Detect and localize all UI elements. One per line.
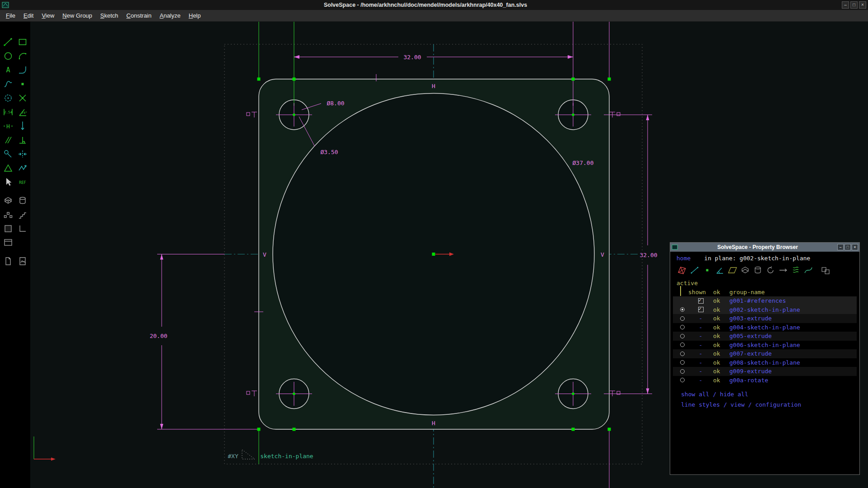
lathe-group-tool[interactable] [17, 195, 28, 206]
group-shown-toggle[interactable]: - [699, 377, 703, 384]
arc-tool[interactable] [17, 50, 28, 62]
group-name-link[interactable]: g003-extrude [729, 315, 857, 322]
group-active-radio[interactable] [680, 369, 685, 374]
maximize-icon[interactable]: □ [850, 1, 858, 9]
minimize-icon[interactable]: – [842, 1, 849, 9]
vertical-constraint-tool[interactable] [17, 120, 28, 132]
diameter-label-pilot[interactable]: Ø3.50 [320, 149, 338, 155]
home-link[interactable]: home [677, 255, 691, 262]
pb-workplane-icon[interactable] [727, 265, 738, 276]
group-name-link[interactable]: g009-extrude [729, 368, 857, 375]
rectangle-tool[interactable] [17, 36, 28, 48]
horizontal-constraint-label-top[interactable]: H [432, 83, 435, 89]
sketch-name-label[interactable]: sketch-in-plane [260, 453, 313, 460]
translate-group-tool[interactable] [17, 209, 28, 221]
pb-maximize-icon[interactable]: □ [845, 244, 851, 250]
menu-sketch[interactable]: Sketch [96, 11, 122, 20]
link-group-tool[interactable] [2, 223, 14, 235]
pb-sketch-in-plane-icon[interactable] [677, 265, 687, 276]
pb-lathe-icon[interactable] [752, 265, 763, 276]
group-name-link[interactable]: g005-extrude [729, 333, 857, 339]
group-name-link[interactable]: g001-#references [729, 297, 857, 304]
circle-tool[interactable] [2, 50, 14, 62]
dimension-label-top[interactable]: 32.00 [402, 54, 422, 61]
text-tool[interactable]: A [2, 64, 14, 76]
import-tool[interactable] [2, 255, 14, 267]
distance-dimension-tool[interactable]: 2.54 [2, 106, 14, 118]
vertical-constraint-label-left[interactable]: V [263, 251, 266, 258]
split-curves-tool[interactable] [17, 92, 28, 104]
vertical-constraint-label-right[interactable]: V [601, 251, 604, 258]
perpendicular-constraint-tool[interactable] [17, 134, 28, 146]
equal-constraint-tool[interactable] [2, 162, 14, 174]
corner-tool[interactable] [17, 223, 28, 235]
style-tool[interactable] [2, 148, 14, 160]
window-titlebar[interactable]: SolveSpace - /home/arkhnchul/doc/mendel/… [0, 0, 868, 10]
pb-helix-icon[interactable] [790, 265, 801, 276]
line-styles-link[interactable]: line styles [681, 401, 720, 408]
point-tool[interactable] [17, 78, 28, 90]
angle-dimension-tool[interactable]: 74° [17, 106, 28, 118]
group-active-radio[interactable] [680, 378, 685, 382]
pb-line-icon[interactable] [689, 265, 700, 276]
diameter-label-fan[interactable]: Ø37.00 [573, 160, 594, 166]
pb-rotate-icon[interactable] [765, 265, 776, 276]
show-all-link[interactable]: show all [681, 391, 709, 398]
configuration-link[interactable]: configuration [755, 401, 801, 408]
group-shown-toggle[interactable]: - [699, 368, 703, 375]
tangent-arc-tool[interactable] [17, 64, 28, 76]
group-name-link[interactable]: g004-sketch-in-plane [729, 324, 857, 331]
workplane-group-tool[interactable] [2, 237, 14, 249]
bezier-tool[interactable] [2, 78, 14, 90]
group-shown-toggle[interactable]: - [699, 342, 703, 348]
close-icon[interactable]: × [859, 1, 866, 9]
menu-help[interactable]: Help [185, 11, 205, 20]
menu-file[interactable]: File [2, 11, 19, 20]
property-browser-titlebar[interactable]: SolveSpace - Property Browser – □ × [670, 243, 859, 252]
symmetric-constraint-tool[interactable] [17, 148, 28, 160]
image-tool[interactable] [17, 255, 28, 267]
group-shown-toggle[interactable]: - [699, 324, 703, 331]
menu-view[interactable]: View [37, 11, 58, 20]
rotate-group-tool[interactable] [2, 209, 14, 221]
group-shown-checkbox[interactable]: ✓ [698, 298, 704, 304]
group-shown-toggle[interactable]: - [699, 359, 703, 366]
diameter-label-hole[interactable]: Ø8.00 [327, 100, 344, 107]
group-shown-checkbox[interactable]: ✓ [698, 307, 704, 312]
group-shown-toggle[interactable]: - [699, 333, 703, 339]
group-name-link[interactable]: g008-sketch-in-plane [729, 359, 857, 366]
horizontal-constraint-tool[interactable]: H [2, 120, 14, 132]
parallel-constraint-tool[interactable] [2, 134, 14, 146]
group-active-radio[interactable] [680, 343, 685, 347]
view-link[interactable]: view [731, 401, 745, 408]
group-shown-toggle[interactable]: - [699, 315, 703, 322]
group-name-link[interactable]: g00a-rotate [729, 377, 857, 384]
line-tool[interactable] [2, 36, 14, 48]
horizontal-constraint-label-bottom[interactable]: H [432, 420, 435, 427]
group-name-link[interactable]: g007-extrude [729, 350, 857, 357]
group-active-radio[interactable] [680, 316, 685, 321]
group-name-link[interactable]: g006-sketch-in-plane [729, 342, 857, 348]
menu-edit[interactable]: Edit [19, 11, 37, 20]
dimension-label-right[interactable]: 32.00 [639, 252, 658, 258]
group-shown-toggle[interactable]: - [699, 350, 703, 357]
orientation-constraint-tool[interactable] [17, 162, 28, 174]
pb-curve-icon[interactable] [803, 265, 814, 276]
group-active-radio[interactable] [680, 352, 685, 356]
pb-close-icon[interactable]: × [852, 244, 858, 250]
group-active-radio[interactable] [680, 307, 685, 312]
menu-constrain[interactable]: Constrain [122, 11, 156, 20]
pb-point-icon[interactable] [702, 265, 713, 276]
dimension-label-left[interactable]: 20.00 [149, 333, 168, 339]
group-active-radio[interactable] [680, 325, 685, 329]
pb-extrude-icon[interactable] [740, 265, 751, 276]
group-active-radio[interactable] [680, 334, 685, 338]
hide-all-link[interactable]: hide all [720, 391, 748, 398]
group-active-radio[interactable] [680, 360, 685, 365]
group-name-link[interactable]: g002-sketch-in-plane [729, 306, 857, 313]
reference-dimension-tool[interactable]: REF [17, 176, 28, 188]
select-tool[interactable] [2, 176, 14, 188]
pb-angle-icon[interactable] [714, 265, 725, 276]
construction-tool[interactable] [2, 92, 14, 104]
menu-analyze[interactable]: Analyze [155, 11, 184, 20]
